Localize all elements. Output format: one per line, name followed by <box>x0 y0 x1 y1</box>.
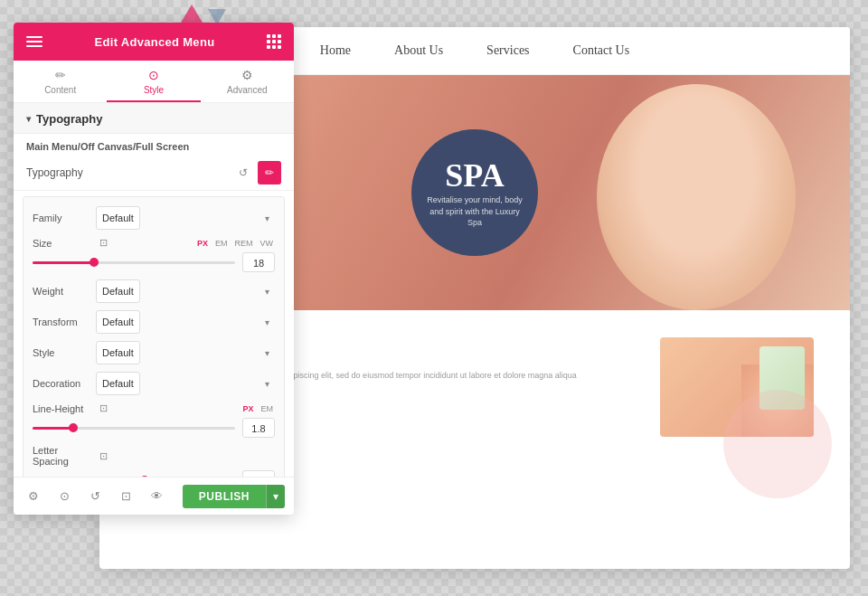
publish-button[interactable]: PUBLISH <box>183 485 266 508</box>
unit-vw[interactable]: VW <box>259 238 276 249</box>
tab-style-label: Style <box>144 85 164 95</box>
transform-label: Transform <box>33 317 96 327</box>
pink-circle-decoration <box>723 390 832 498</box>
transform-select-wrapper: Default <box>96 310 275 334</box>
decoration-control-row: Decoration Default <box>33 372 275 395</box>
content-tab-icon: ✏ <box>55 68 66 82</box>
unit-em[interactable]: EM <box>213 238 230 249</box>
typography-field-label: Typography <box>26 166 83 179</box>
hero-tagline: Revitalise your mind, body and spirit wi… <box>411 194 538 229</box>
family-select[interactable]: Default <box>96 206 140 230</box>
history-icon[interactable]: ↺ <box>84 486 106 507</box>
lh-unit-em[interactable]: EM <box>259 403 276 414</box>
letter-spacing-monitor-icon: ⊡ <box>99 450 108 462</box>
family-label: Family <box>33 213 96 223</box>
tab-content-label: Content <box>44 85 76 95</box>
sidebar-panel: Edit Advanced Menu ✏ Content ⊙ Style ⚙ A… <box>14 23 294 515</box>
size-slider-track[interactable] <box>33 261 235 264</box>
line-height-monitor-icon: ⊡ <box>99 402 108 414</box>
hamburger-icon[interactable] <box>26 36 42 47</box>
typography-row: Typography ↺ ✏ <box>14 156 294 191</box>
line-height-label: Line-Height <box>33 403 96 414</box>
style-tab-icon: ⊙ <box>148 68 159 82</box>
size-label: Size <box>33 238 96 249</box>
preview-icon[interactable]: 👁 <box>146 486 167 507</box>
style-label: Style <box>33 347 96 358</box>
size-header: Size ⊡ PX EM REM VW <box>33 237 275 249</box>
size-control-row: Size ⊡ PX EM REM VW 18 <box>33 237 275 272</box>
monitor-icon: ⊡ <box>99 237 108 249</box>
transform-select[interactable]: Default <box>96 310 140 334</box>
menu-section-label: Main Menu/Off Canvas/Full Screen <box>14 134 294 156</box>
line-height-slider-thumb[interactable] <box>69 423 78 432</box>
letter-spacing-header: Letter Spacing ⊡ <box>33 445 275 467</box>
size-slider-fill <box>33 261 93 264</box>
weight-select-wrapper: Default <box>96 279 275 303</box>
transform-control-row: Transform Default <box>33 310 275 334</box>
decoration-select[interactable]: Default <box>96 372 140 395</box>
reset-button[interactable]: ↺ <box>234 164 252 182</box>
tab-advanced-label: Advanced <box>227 85 267 95</box>
settings-icon[interactable]: ⚙ <box>23 486 44 507</box>
line-height-slider-fill <box>33 427 73 430</box>
hero-spa-circle: SPA Revitalise your mind, body and spiri… <box>411 129 538 256</box>
toolbar-icons: ⚙ ⊙ ↺ ⊡ 👁 <box>23 486 167 507</box>
decoration-select-wrapper: Default <box>96 372 275 395</box>
unit-px[interactable]: PX <box>195 238 210 249</box>
tab-advanced[interactable]: ⚙ Advanced <box>201 61 294 102</box>
line-height-header: Line-Height ⊡ PX EM <box>33 402 275 414</box>
nav-item-about[interactable]: About Us <box>394 43 443 58</box>
line-height-slider-track[interactable] <box>33 427 235 430</box>
deco-arrow-up <box>181 5 203 23</box>
typography-heading: Typography <box>36 112 102 126</box>
weight-control-row: Weight Default <box>33 279 275 303</box>
nav-item-contact[interactable]: Contact Us <box>573 43 630 58</box>
weight-select[interactable]: Default <box>96 279 140 303</box>
style-select-wrapper: Default <box>96 341 275 364</box>
letter-spacing-label: Letter Spacing <box>33 445 96 467</box>
size-value[interactable]: 18 <box>242 252 275 272</box>
line-height-slider-row: 1.8 <box>33 418 275 438</box>
responsive-icon[interactable]: ⊡ <box>115 486 137 507</box>
tab-style[interactable]: ⊙ Style <box>107 61 200 102</box>
publish-dropdown-button[interactable]: ▾ <box>266 485 285 508</box>
spa-logo-text: SPA <box>445 156 504 194</box>
line-height-control-row: Line-Height ⊡ PX EM 1.8 <box>33 402 275 438</box>
line-height-unit-group: PX EM <box>241 403 275 414</box>
grid-icon[interactable] <box>267 34 281 49</box>
size-slider-row: 18 <box>33 252 275 272</box>
typography-controls: Family Default Size ⊡ PX EM REM VW <box>23 196 285 507</box>
section-collapse-arrow[interactable]: ▾ <box>26 114 31 124</box>
size-unit-group: PX EM REM VW <box>195 238 275 249</box>
bottom-toolbar: ⚙ ⊙ ↺ ⊡ 👁 PUBLISH ▾ <box>14 477 294 515</box>
tab-row: ✏ Content ⊙ Style ⚙ Advanced <box>14 61 294 103</box>
line-height-value[interactable]: 1.8 <box>242 418 275 438</box>
publish-group: PUBLISH ▾ <box>183 485 285 508</box>
tab-content[interactable]: ✏ Content <box>14 61 107 102</box>
unit-rem[interactable]: REM <box>233 238 255 249</box>
edit-button[interactable]: ✏ <box>258 161 281 184</box>
lh-unit-px[interactable]: PX <box>241 403 255 414</box>
decoration-label: Decoration <box>33 378 96 389</box>
typography-section-header: ▾ Typography <box>14 103 294 134</box>
style-select[interactable]: Default <box>96 341 140 364</box>
family-select-wrapper: Default <box>96 206 275 230</box>
weight-label: Weight <box>33 286 96 297</box>
nav-item-services[interactable]: Services <box>486 43 529 58</box>
advanced-tab-icon: ⚙ <box>241 68 253 82</box>
content-right <box>660 337 814 462</box>
style-icon[interactable]: ⊙ <box>53 486 75 507</box>
size-slider-thumb[interactable] <box>90 258 99 267</box>
nav-item-home[interactable]: Home <box>320 43 351 58</box>
sidebar-header: Edit Advanced Menu <box>14 23 294 61</box>
panel-title: Edit Advanced Menu <box>95 35 215 49</box>
typography-actions: ↺ ✏ <box>234 161 281 184</box>
family-control-row: Family Default <box>33 206 275 230</box>
style-control-row: Style Default <box>33 341 275 364</box>
